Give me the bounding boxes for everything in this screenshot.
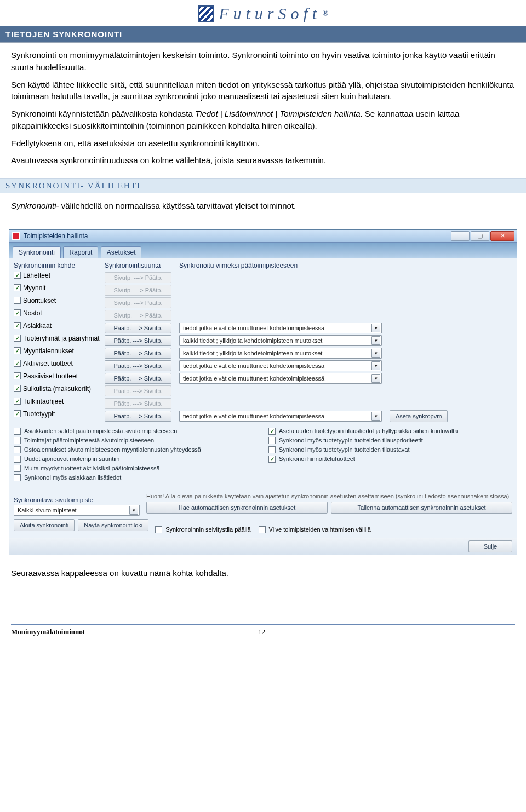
row-label: Lähetteet [23,272,50,279]
checkbox[interactable] [14,398,21,405]
direction-button: Päätp. ---> Sivutp. [105,385,171,396]
checkbox[interactable] [14,335,21,342]
scope-select[interactable]: tiedot jotka eivät ole muuttuneet kohdet… [179,323,382,333]
btn-tallenna-asetukset[interactable]: Tallenna automaattisen synkronoinnin ase… [331,502,512,514]
checkbox[interactable] [14,410,21,417]
direction-button: Sivutp. ---> Päätp. [105,272,171,283]
checkbox[interactable] [14,309,21,316]
option-row[interactable]: Asiakkaiden saldot päätoimipisteestä siv… [14,428,258,435]
sync-row: AsiakkaatPäätp. ---> Sivutp.tiedot jotka… [14,322,512,334]
window-titlebar[interactable]: Toimipisteiden hallinta — ▢ ✕ [9,230,517,243]
direction-button: Sivutp. ---> Päätp. [105,285,171,296]
sync-row: MyyntialennuksetPäätp. ---> Sivutp.kaikk… [14,347,512,359]
footer-title: Monimyymälätoiminnot [11,627,85,636]
select-sivutoimipiste[interactable]: Kaikki sivutoimipisteet ▾ [14,505,140,516]
scope-select[interactable]: kaikki tiedot ; ylikirjoita kohdetoimipi… [179,335,382,346]
option-row[interactable]: Aseta uuden tuotetyypin tilaustiedot ja … [268,428,512,435]
app-icon [12,232,20,240]
scope-select[interactable]: kaikki tiedot ; ylikirjoita kohdetoimipi… [179,348,382,359]
hint-text: Huom! Alla olevia painikkeita käytetään … [146,493,512,499]
direction-button[interactable]: Päätp. ---> Sivutp. [105,411,171,422]
option-row[interactable]: Synkronoi myös asiakkaan lisätiedot [14,474,258,481]
option-label: Synkronoi myös tuotetyypin tuotteiden ti… [279,446,409,453]
close-button[interactable]: ✕ [490,231,514,241]
hdr-suunta: Synkronointisuunta [105,262,176,269]
scope-select[interactable]: tiedot jotka eivät ole muuttuneet kohdet… [179,360,382,371]
ck-selvitystila[interactable]: Synkronoinnin selvitystila päällä [155,526,250,533]
heading-1: TIETOJEN SYNKRONOINTI [0,26,526,43]
paragraph-2: Sen käyttö lähtee liikkeelle siitä, että… [11,79,515,103]
ck-viive[interactable]: Viive toimipisteiden vaihtamisen välillä [259,526,371,533]
hdr-kohde: Synkronoinnin kohde [14,262,101,269]
chevron-down-icon: ▾ [371,374,380,383]
label-sivutoimipiste: Synkronoitava sivutoimipiste [14,497,140,503]
checkbox[interactable] [14,465,21,472]
checkbox[interactable] [14,385,21,392]
option-row[interactable]: Synkronoi myös tuotetyypin tuotteiden ti… [268,437,512,444]
scope-select[interactable]: tiedot jotka eivät ole muuttuneet kohdet… [179,373,382,384]
btn-aseta-synkropvm[interactable]: Aseta synkropvm [390,410,448,422]
direction-button[interactable]: Päätp. ---> Sivutp. [105,335,171,346]
checkbox[interactable] [14,284,21,291]
sync-row: MyynnitSivutp. ---> Päätp. [14,284,512,296]
checkbox[interactable] [14,360,21,367]
tab-raportit[interactable]: Raportit [63,246,98,258]
checkbox[interactable] [268,428,276,435]
checkbox[interactable] [268,446,276,453]
direction-button[interactable]: Päätp. ---> Sivutp. [105,373,171,384]
tab-synkronointi[interactable]: Synkronointi [13,246,61,258]
checkbox[interactable] [268,456,276,463]
logo-icon [198,5,214,22]
btn-sulje[interactable]: Sulje [468,540,512,552]
row-label: Nostot [23,309,42,317]
checkbox[interactable] [14,437,21,444]
option-label: Aseta uuden tuotetyypin tilaustiedot ja … [279,428,458,434]
sync-row: Passiiviset tuotteetPäätp. ---> Sivutp.t… [14,372,512,384]
logo-reg: ® [322,9,328,18]
checkbox[interactable] [14,347,21,354]
sync-row: Sulkulista (maksukortit)Päätp. ---> Sivu… [14,385,512,397]
checkbox[interactable] [14,474,21,481]
logo-text: FuturSoft [219,4,321,23]
maximize-button[interactable]: ▢ [471,231,489,241]
row-label: Aktiiviset tuotteet [23,360,73,367]
sync-row: TuotetyypitPäätp. ---> Sivutp.tiedot jot… [14,410,512,422]
btn-hae-asetukset[interactable]: Hae automaattisen synkronoinnin asetukse… [146,502,328,514]
option-row[interactable]: Ostoalennukset sivutoimipisteeseen myynt… [14,446,258,453]
paragraph-7: Seuraavassa kappaleessa on kuvattu nämä … [11,567,515,579]
direction-button[interactable]: Päätp. ---> Sivutp. [105,360,171,371]
lower-left-options: Asiakkaiden saldot päätoimipisteestä siv… [14,428,258,481]
checkbox[interactable] [14,372,21,379]
checkbox[interactable] [14,428,21,435]
btn-aloita-synkronointi[interactable]: Aloita synkronointi [14,519,75,531]
option-row[interactable]: Synkronoi myös tuotetyypin tuotteiden ti… [268,446,512,453]
direction-button: Sivutp. ---> Päätp. [105,310,171,321]
direction-button[interactable]: Päätp. ---> Sivutp. [105,348,171,359]
checkbox[interactable] [14,446,21,453]
option-row[interactable]: Uudet ajoneuvot molempiin suuntiin [14,456,258,463]
option-row[interactable]: Synkronoi hinnoittelutuotteet [268,456,512,463]
tab-asetukset[interactable]: Asetukset [101,246,142,258]
checkbox[interactable] [14,456,21,463]
row-label: Asiakkaat [23,322,52,330]
chevron-down-icon: ▾ [371,361,380,370]
option-row[interactable]: Muita myydyt tuotteet aktiivisiksi pääto… [14,465,258,472]
direction-button[interactable]: Päätp. ---> Sivutp. [105,323,171,333]
option-label: Synkronoi myös asiakkaan lisätiedot [24,474,121,481]
checkbox[interactable] [268,437,276,444]
checkbox[interactable] [14,322,21,329]
row-label: Sulkulista (maksukortit) [23,385,91,393]
checkbox[interactable] [14,297,21,304]
option-row[interactable]: Toimittajat päätoimipisteestä sivutoimip… [14,437,258,444]
scope-select[interactable]: tiedot jotka eivät ole muuttuneet kohdet… [179,411,382,422]
btn-nayta-loki[interactable]: Näytä synkronointiloki [78,519,148,531]
checkbox[interactable] [14,272,21,279]
row-label: Myynnit [23,284,45,292]
chevron-down-icon: ▾ [371,349,380,358]
paragraph-1: Synkronointi on monimyymälätoimintojen k… [11,49,515,73]
footer-page: - 12 - [254,627,269,636]
option-label: Synkronoi myös tuotetyypin tuotteiden ti… [279,437,423,444]
minimize-button[interactable]: — [451,231,470,241]
sync-row: TulkintaohjeetPäätp. ---> Sivutp. [14,398,512,410]
row-label: Suoritukset [23,297,56,304]
